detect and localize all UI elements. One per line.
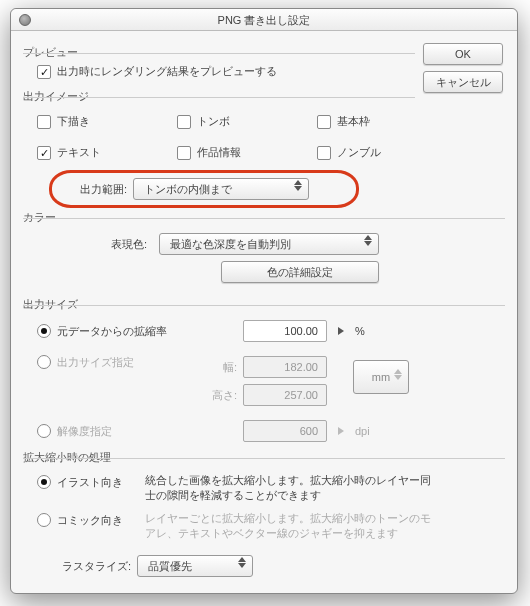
color-mode-label: 表現色: — [23, 237, 153, 252]
preview-render-label: 出力時にレンダリング結果をプレビューする — [57, 64, 277, 79]
info-checkbox[interactable] — [177, 146, 191, 160]
trim-checkbox[interactable] — [177, 115, 191, 129]
dpi-input: 600 — [243, 420, 327, 442]
text-checkbox[interactable] — [37, 146, 51, 160]
scale-radio[interactable] — [37, 324, 51, 338]
specify-radio[interactable] — [37, 355, 51, 369]
rasterize-combo[interactable]: 品質優先 — [137, 555, 253, 577]
ok-button[interactable]: OK — [423, 43, 503, 65]
comic-radio[interactable] — [37, 513, 51, 527]
group-output-image: 出力イメージ — [23, 89, 415, 104]
group-output-size: 出力サイズ — [23, 297, 505, 312]
group-color: カラー — [23, 210, 505, 225]
width-input: 182.00 — [243, 356, 327, 378]
draft-checkbox[interactable] — [37, 115, 51, 129]
preview-render-checkbox[interactable] — [37, 65, 51, 79]
rasterize-label: ラスタライズ: — [53, 559, 131, 574]
range-label: 出力範囲: — [67, 182, 127, 197]
chevron-right-icon — [338, 427, 344, 435]
unit-combo: mm — [353, 360, 409, 394]
frame-checkbox[interactable] — [317, 115, 331, 129]
illust-desc: 統合した画像を拡大縮小します。拡大縮小時のレイヤー同士の隙間を軽減することができ… — [145, 473, 435, 503]
scale-input[interactable]: 100.00 — [243, 320, 327, 342]
close-icon[interactable] — [19, 14, 31, 26]
window-title: PNG 書き出し設定 — [218, 14, 311, 26]
comic-desc: レイヤーごとに拡大縮小します。拡大縮小時のトーンのモアレ、テキストやベクター線の… — [145, 511, 435, 541]
group-scaling: 拡大縮小時の処理 — [23, 450, 505, 465]
titlebar: PNG 書き出し設定 — [11, 9, 517, 31]
color-detail-button[interactable]: 色の詳細設定 — [221, 261, 379, 283]
dialog: PNG 書き出し設定 OK キャンセル プレビュー 出力時にレンダリング結果をプ… — [10, 8, 518, 594]
height-input: 257.00 — [243, 384, 327, 406]
chevron-right-icon[interactable] — [338, 327, 344, 335]
page-checkbox[interactable] — [317, 146, 331, 160]
cancel-button[interactable]: キャンセル — [423, 71, 503, 93]
illust-radio[interactable] — [37, 475, 51, 489]
color-mode-combo[interactable]: 最適な色深度を自動判別 — [159, 233, 379, 255]
group-preview: プレビュー — [23, 45, 415, 60]
dpi-radio[interactable] — [37, 424, 51, 438]
range-combo[interactable]: トンボの内側まで — [133, 178, 309, 200]
